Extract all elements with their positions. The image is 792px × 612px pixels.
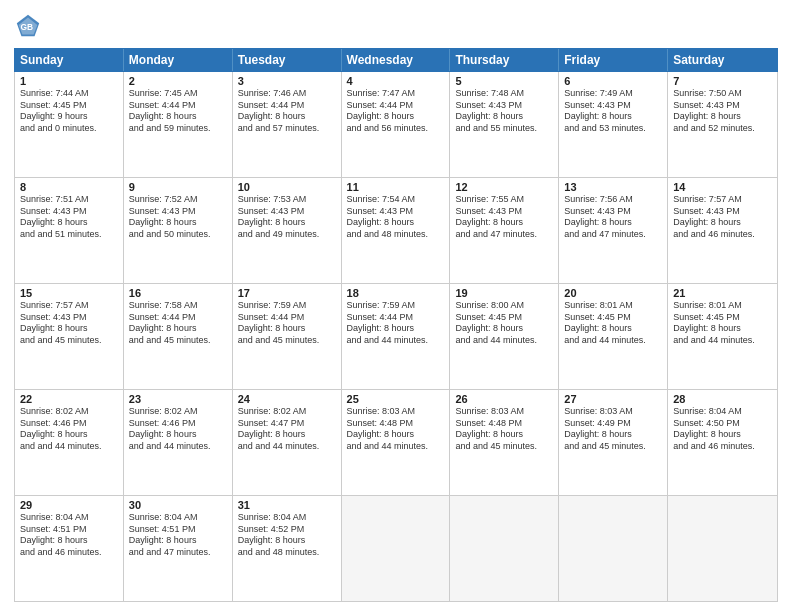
calendar-row-5: 29Sunrise: 8:04 AMSunset: 4:51 PMDayligh… [15,496,777,601]
day-cell-12: 12Sunrise: 7:55 AMSunset: 4:43 PMDayligh… [450,178,559,283]
sunrise-text: Sunrise: 7:54 AM [347,194,445,206]
day-cell-8: 8Sunrise: 7:51 AMSunset: 4:43 PMDaylight… [15,178,124,283]
sunset-text: Sunset: 4:43 PM [347,206,445,218]
day-number: 21 [673,287,772,299]
day-cell-25: 25Sunrise: 8:03 AMSunset: 4:48 PMDayligh… [342,390,451,495]
day-cell-24: 24Sunrise: 8:02 AMSunset: 4:47 PMDayligh… [233,390,342,495]
daylight-line1: Daylight: 8 hours [129,323,227,335]
sunset-text: Sunset: 4:52 PM [238,524,336,536]
daylight-line2: and and 47 minutes. [129,547,227,559]
day-cell-4: 4Sunrise: 7:47 AMSunset: 4:44 PMDaylight… [342,72,451,177]
daylight-line1: Daylight: 8 hours [20,429,118,441]
weekday-header-saturday: Saturday [668,49,777,71]
sunrise-text: Sunrise: 7:57 AM [20,300,118,312]
day-number: 9 [129,181,227,193]
daylight-line2: and and 59 minutes. [129,123,227,135]
sunrise-text: Sunrise: 8:00 AM [455,300,553,312]
daylight-line2: and and 56 minutes. [347,123,445,135]
sunrise-text: Sunrise: 7:52 AM [129,194,227,206]
sunset-text: Sunset: 4:43 PM [129,206,227,218]
header: GB [14,12,778,40]
day-number: 14 [673,181,772,193]
daylight-line1: Daylight: 8 hours [129,429,227,441]
page: GB SundayMondayTuesdayWednesdayThursdayF… [0,0,792,612]
daylight-line1: Daylight: 8 hours [238,217,336,229]
day-number: 6 [564,75,662,87]
sunrise-text: Sunrise: 8:01 AM [564,300,662,312]
sunset-text: Sunset: 4:43 PM [20,312,118,324]
sunset-text: Sunset: 4:45 PM [673,312,772,324]
day-number: 26 [455,393,553,405]
daylight-line2: and and 44 minutes. [347,441,445,453]
daylight-line1: Daylight: 8 hours [564,111,662,123]
sunset-text: Sunset: 4:48 PM [347,418,445,430]
daylight-line2: and and 45 minutes. [564,441,662,453]
sunset-text: Sunset: 4:44 PM [129,100,227,112]
sunset-text: Sunset: 4:51 PM [20,524,118,536]
day-cell-2: 2Sunrise: 7:45 AMSunset: 4:44 PMDaylight… [124,72,233,177]
day-number: 13 [564,181,662,193]
day-cell-11: 11Sunrise: 7:54 AMSunset: 4:43 PMDayligh… [342,178,451,283]
daylight-line2: and and 46 minutes. [20,547,118,559]
day-cell-13: 13Sunrise: 7:56 AMSunset: 4:43 PMDayligh… [559,178,668,283]
calendar-row-3: 15Sunrise: 7:57 AMSunset: 4:43 PMDayligh… [15,284,777,390]
daylight-line1: Daylight: 8 hours [129,111,227,123]
day-number: 10 [238,181,336,193]
daylight-line1: Daylight: 9 hours [20,111,118,123]
daylight-line2: and and 49 minutes. [238,229,336,241]
day-number: 17 [238,287,336,299]
sunset-text: Sunset: 4:47 PM [238,418,336,430]
weekday-header-wednesday: Wednesday [342,49,451,71]
daylight-line1: Daylight: 8 hours [20,217,118,229]
day-cell-19: 19Sunrise: 8:00 AMSunset: 4:45 PMDayligh… [450,284,559,389]
daylight-line1: Daylight: 8 hours [564,217,662,229]
sunrise-text: Sunrise: 7:44 AM [20,88,118,100]
day-number: 24 [238,393,336,405]
day-number: 19 [455,287,553,299]
day-number: 31 [238,499,336,511]
sunset-text: Sunset: 4:43 PM [238,206,336,218]
daylight-line2: and and 55 minutes. [455,123,553,135]
daylight-line1: Daylight: 8 hours [238,535,336,547]
empty-cell-r4c3 [342,496,451,601]
daylight-line2: and and 46 minutes. [673,229,772,241]
daylight-line1: Daylight: 8 hours [238,323,336,335]
day-cell-6: 6Sunrise: 7:49 AMSunset: 4:43 PMDaylight… [559,72,668,177]
daylight-line2: and and 45 minutes. [20,335,118,347]
calendar-row-2: 8Sunrise: 7:51 AMSunset: 4:43 PMDaylight… [15,178,777,284]
sunset-text: Sunset: 4:43 PM [564,206,662,218]
daylight-line2: and and 52 minutes. [673,123,772,135]
daylight-line1: Daylight: 8 hours [673,429,772,441]
weekday-header-tuesday: Tuesday [233,49,342,71]
daylight-line2: and and 53 minutes. [564,123,662,135]
daylight-line1: Daylight: 8 hours [564,429,662,441]
sunrise-text: Sunrise: 8:01 AM [673,300,772,312]
sunrise-text: Sunrise: 7:57 AM [673,194,772,206]
daylight-line2: and and 50 minutes. [129,229,227,241]
day-cell-17: 17Sunrise: 7:59 AMSunset: 4:44 PMDayligh… [233,284,342,389]
sunrise-text: Sunrise: 7:48 AM [455,88,553,100]
daylight-line2: and and 47 minutes. [564,229,662,241]
sunrise-text: Sunrise: 8:04 AM [20,512,118,524]
day-number: 18 [347,287,445,299]
daylight-line1: Daylight: 8 hours [673,111,772,123]
sunrise-text: Sunrise: 7:58 AM [129,300,227,312]
weekday-header-friday: Friday [559,49,668,71]
day-cell-15: 15Sunrise: 7:57 AMSunset: 4:43 PMDayligh… [15,284,124,389]
day-number: 7 [673,75,772,87]
day-cell-20: 20Sunrise: 8:01 AMSunset: 4:45 PMDayligh… [559,284,668,389]
sunset-text: Sunset: 4:50 PM [673,418,772,430]
day-cell-28: 28Sunrise: 8:04 AMSunset: 4:50 PMDayligh… [668,390,777,495]
sunrise-text: Sunrise: 7:56 AM [564,194,662,206]
weekday-header-monday: Monday [124,49,233,71]
day-number: 2 [129,75,227,87]
day-cell-10: 10Sunrise: 7:53 AMSunset: 4:43 PMDayligh… [233,178,342,283]
empty-cell-r4c4 [450,496,559,601]
sunrise-text: Sunrise: 7:59 AM [238,300,336,312]
daylight-line2: and and 44 minutes. [238,441,336,453]
day-number: 12 [455,181,553,193]
daylight-line2: and and 57 minutes. [238,123,336,135]
daylight-line2: and and 48 minutes. [238,547,336,559]
day-number: 30 [129,499,227,511]
daylight-line2: and and 45 minutes. [455,441,553,453]
